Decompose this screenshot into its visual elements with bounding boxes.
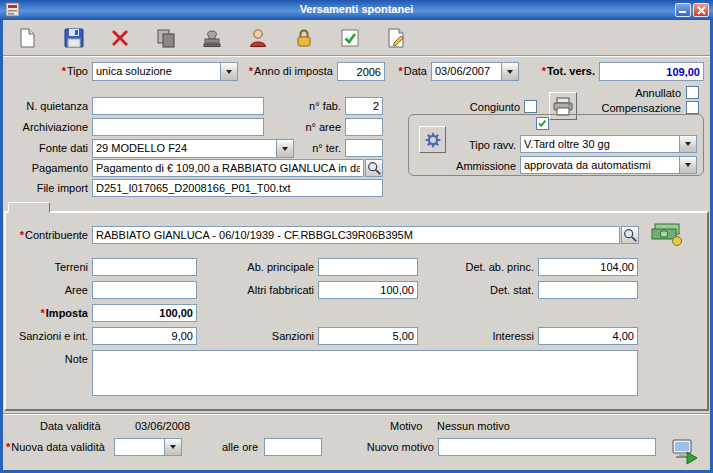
file-import-field[interactable] [92,179,383,197]
fonte-dati-dropdown-button[interactable] [276,140,293,157]
det-stat-field[interactable] [538,281,638,299]
imposta-field[interactable] [92,304,197,322]
compensazione-checkbox[interactable] [686,101,699,114]
edit-document-icon [384,26,408,50]
tipo-ravv-label: Tipo ravv. [446,139,516,151]
n-fab-label: n° fab. [297,100,341,112]
det-stat-label: Det. stat. [432,284,534,296]
confirm-icon [338,26,362,50]
dropdown-arrow-icon [282,147,288,151]
tipo-select[interactable]: unica soluzione [92,62,238,81]
ammissione-label: Ammissione [440,160,516,172]
footer-separator [3,413,710,415]
imposta-label: *Imposta [4,307,88,319]
toolbar-lock-button[interactable] [290,24,318,52]
nuovo-motivo-field[interactable] [438,438,656,456]
tot-vers-field[interactable] [599,62,704,81]
annullato-checkbox[interactable] [686,86,699,99]
copy-icon [154,26,178,50]
toolbar-copy-button[interactable] [152,24,180,52]
money-icon[interactable] [650,221,682,249]
fonte-dati-value: 29 MODELLO F24 [93,140,276,157]
det-ab-princ-label: Det. ab. princ. [432,261,534,273]
anno-imposta-field[interactable] [337,62,385,81]
ab-principale-label: Ab. principale [222,261,314,273]
tipo-dropdown-button[interactable] [220,63,237,80]
congiunto-checkbox[interactable] [524,100,537,113]
new-document-icon [16,26,40,50]
tipo-ravv-value: V.Tard oltre 30 gg [521,136,679,152]
contribuente-search-button[interactable] [621,226,639,244]
compensazione-label: Compensazione [597,102,681,114]
n-fab-field[interactable] [345,97,383,115]
toolbar-user-button[interactable] [244,24,272,52]
det-ab-princ-field[interactable] [538,258,638,276]
alle-ore-label: alle ore [222,441,258,453]
terreni-field[interactable] [92,258,197,276]
gear-icon [422,129,444,151]
exit-button[interactable] [668,434,702,468]
n-aree-field[interactable] [345,118,383,136]
pagamento-label: Pagamento [6,162,88,174]
toolbar-delete-button[interactable] [106,24,134,52]
close-button[interactable] [693,3,709,17]
minimize-button[interactable] [675,3,691,17]
note-field[interactable] [92,350,638,396]
ravvedimento-checkbox[interactable] [536,117,549,130]
nuova-data-validita-select[interactable] [114,438,182,456]
titlebar: Versamenti spontanei [0,0,713,20]
ravvedimento-settings-button[interactable] [419,126,446,153]
n-quietanza-field[interactable] [92,97,264,115]
delete-icon [108,26,132,50]
data-dropdown-button[interactable] [501,63,518,80]
data-select[interactable]: 03/06/2007 [431,62,519,81]
aree-field[interactable] [92,281,197,299]
note-label: Note [4,353,88,365]
toolbar-stamp-button[interactable] [198,24,226,52]
interessi-field[interactable] [538,327,638,345]
data-label: *Data [389,65,427,77]
anno-imposta-label: *Anno di imposta [240,65,333,77]
alle-ore-field[interactable] [264,438,322,456]
ab-principale-field[interactable] [318,258,418,276]
tipo-ravv-dropdown-button[interactable] [679,136,696,152]
fonte-dati-select[interactable]: 29 MODELLO F24 [92,139,294,158]
user-icon [246,26,270,50]
sanzioni-int-label: Sanzioni e int. [4,330,88,342]
tipo-ravv-select[interactable]: V.Tard oltre 30 gg [520,135,697,153]
archiviazione-field[interactable] [92,118,264,136]
required-asterisk: * [62,65,66,77]
toolbar-separator [3,55,710,57]
window-title: Versamenti spontanei [0,3,713,15]
ammissione-select[interactable]: approvata da automatismi [520,156,697,174]
congiunto-label: Congiunto [458,101,520,113]
n-ter-field[interactable] [345,139,383,157]
stamp-icon [200,26,224,50]
ammissione-dropdown-button[interactable] [679,157,696,173]
motivo-value: Nessun motivo [437,420,510,432]
n-aree-label: n° aree [297,121,341,133]
window: Versamenti spontanei *Tipo [0,0,713,473]
pagamento-search-button[interactable] [365,159,383,177]
n-quietanza-label: N. quietanza [6,100,88,112]
tipo-value: unica soluzione [93,63,220,80]
altri-fabbricati-field[interactable] [318,281,418,299]
altri-fabbricati-label: Altri fabbricati [222,284,314,296]
toolbar-confirm-button[interactable] [336,24,364,52]
sanzioni-field[interactable] [318,327,418,345]
tab[interactable] [8,202,50,213]
pagamento-field[interactable] [92,159,364,177]
data-validita-label: Data validità [40,420,101,432]
sanzioni-int-field[interactable] [92,327,197,345]
terreni-label: Terreni [4,261,88,273]
toolbar-new-button[interactable] [14,24,42,52]
nuova-data-dropdown-button[interactable] [164,439,181,455]
toolbar-edit-document-button[interactable] [382,24,410,52]
nuova-data-validita-label: *Nuova data validità [6,441,105,453]
fonte-dati-label: Fonte dati [6,142,88,154]
exit-icon [670,436,700,466]
toolbar-save-button[interactable] [60,24,88,52]
motivo-label: Motivo [390,420,422,432]
dropdown-arrow-icon [685,142,691,146]
contribuente-field[interactable] [92,226,620,244]
